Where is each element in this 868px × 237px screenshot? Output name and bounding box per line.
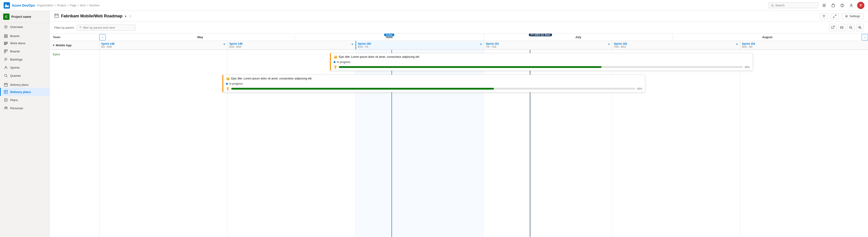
search-icon [771, 4, 774, 7]
prev-month-btn[interactable]: ‹ [99, 34, 106, 40]
epic-1-crown-icon: 👑 [334, 55, 338, 59]
help-icon[interactable] [839, 2, 845, 8]
roadmap-icon [54, 13, 59, 19]
epic-2-crown-icon: 👑 [226, 77, 230, 80]
trophy-icon: 🏆 [334, 65, 337, 69]
svg-rect-6 [832, 5, 835, 7]
team-type-link[interactable]: Epics [53, 53, 96, 56]
epic-2-title: Epic title: Lorem ipsum dolor sit amet, … [231, 77, 312, 81]
zoom-out-btn[interactable] [847, 24, 855, 31]
sidebar-item-backlogs[interactable]: Backlogs [0, 55, 50, 63]
epic-2-progress-bar [231, 88, 636, 90]
app-logo[interactable]: Azure DevOps [4, 2, 35, 8]
svg-rect-17 [4, 43, 7, 44]
epic-card-2[interactable]: 👑 Epic title: Lorem ipsum dolor sit amet… [222, 75, 645, 92]
page-title: Fabrikam Mobile/Web Roadmap [61, 14, 123, 19]
project-icon: C [3, 13, 9, 20]
backlogs-icon [4, 57, 8, 61]
search-input[interactable] [775, 4, 816, 7]
svg-rect-15 [6, 36, 7, 38]
sprint-151: Sprint 151 7/4 - 7/22 + [484, 41, 612, 49]
filter-right [829, 24, 864, 31]
sprints-timeline: Sprint 148 5/2 - 5/20 + Sprint 149 5/23 … [99, 41, 868, 49]
collapse-btn[interactable] [838, 24, 845, 31]
svg-rect-16 [4, 42, 7, 43]
trophy-2-icon: 🏆 [226, 87, 229, 90]
sidebar-item-sprints[interactable]: Sprints [0, 63, 50, 72]
svg-rect-12 [4, 35, 6, 36]
title-chevron-icon[interactable]: ▾ [125, 14, 126, 18]
svg-point-49 [846, 15, 847, 17]
timeline-header: Team ‹ May today June FY 2023 Q1 Start [50, 34, 868, 41]
epic-1-status: In progress [337, 61, 350, 64]
epic-card-1[interactable]: 👑 Epic title: Lorem ipsum dolor sit amet… [330, 53, 753, 71]
epic-2-status-dot [226, 83, 228, 84]
delivery-plans-icon [4, 90, 8, 94]
overview-icon [4, 25, 8, 29]
roadmap-area: Team ‹ May today June FY 2023 Q1 Start [50, 34, 868, 237]
svg-line-60 [861, 28, 862, 29]
sprint-151-add-btn[interactable]: + [608, 42, 610, 46]
filter-icon [822, 15, 826, 18]
list-icon[interactable] [821, 2, 827, 8]
top-nav: Azure DevOps Organization / Project / Pa… [0, 0, 868, 11]
epic-1-progress-fill [339, 66, 601, 68]
zoom-in-btn[interactable] [856, 24, 864, 31]
sidebar-item-overview[interactable]: Overview [0, 23, 50, 31]
svg-rect-31 [4, 90, 7, 94]
plans-icon [4, 98, 8, 102]
sidebar-item-plans[interactable]: Plans [0, 96, 50, 104]
timeline-months: May today June FY 2023 Q1 Start July Aug… [106, 34, 862, 41]
user-icon[interactable] [848, 2, 855, 8]
svg-line-53 [833, 26, 834, 28]
sidebar-project[interactable]: C Project name [0, 11, 50, 23]
filter-bar: Filter by parent [50, 22, 868, 34]
sprint-152-add-btn[interactable]: + [736, 42, 738, 46]
svg-point-38 [5, 107, 6, 108]
svg-point-1 [772, 4, 773, 6]
filter-input[interactable] [83, 26, 133, 29]
svg-point-39 [6, 107, 7, 108]
search-box[interactable] [769, 2, 818, 8]
team-name-cell: ▾ Mobile App [53, 43, 72, 47]
epic-2-status: In progress [229, 82, 243, 85]
expand-btn[interactable] [831, 13, 839, 19]
sprints-row: ▾ Mobile App Sprint 148 5/2 - 5/20 + [50, 41, 868, 50]
svg-point-26 [4, 74, 7, 76]
sprint-149: Sprint 149 5/23 - 6/10 + [228, 41, 356, 49]
next-month-btn[interactable]: › [862, 34, 868, 40]
bag-icon[interactable] [830, 2, 836, 8]
sidebar-item-delivery-plans[interactable]: Delivery plans [0, 88, 50, 96]
sidebar-item-work-items[interactable]: Work items [0, 39, 50, 47]
svg-rect-14 [4, 36, 6, 38]
svg-rect-40 [55, 14, 58, 18]
team-column-header: Team [50, 34, 99, 41]
sprint-team-spacer: ▾ Mobile App [50, 41, 99, 49]
cell-148 [99, 50, 228, 237]
settings-button[interactable]: Settings [842, 13, 864, 19]
breadcrumb: Organization / Project / Page / Item / N… [37, 4, 100, 7]
sprint-148-add-btn[interactable]: + [223, 42, 225, 46]
avatar[interactable]: R [857, 2, 864, 9]
sidebar-item-queries[interactable]: Queries [0, 72, 50, 80]
sprint-150-add-btn[interactable]: + [480, 42, 482, 46]
svg-point-11 [5, 26, 6, 27]
filter-input-icon [79, 26, 82, 29]
filter-input-container[interactable] [76, 25, 135, 31]
month-july: FY 2023 Q1 Start July [484, 34, 673, 41]
sidebar-section-boards: Boards [0, 31, 50, 39]
sprint-149-add-btn[interactable]: + [351, 42, 353, 46]
sprint-153: Sprint 153 8/15 - 9/2 [740, 41, 868, 49]
sidebar-item-personas[interactable]: Personas [0, 104, 50, 112]
queries-icon [4, 74, 8, 78]
delivery-icon [4, 83, 8, 87]
sidebar-item-boards[interactable]: Boards [0, 47, 50, 55]
cell-153 [740, 50, 868, 237]
svg-rect-35 [4, 99, 7, 101]
filter-btn[interactable] [820, 13, 828, 19]
team-chevron-icon[interactable]: ▾ [53, 43, 55, 47]
personas-icon [4, 106, 8, 110]
epic-1-status-dot [334, 61, 336, 63]
link-btn[interactable] [829, 24, 836, 31]
favorite-star-icon[interactable]: ☆ [129, 14, 132, 18]
